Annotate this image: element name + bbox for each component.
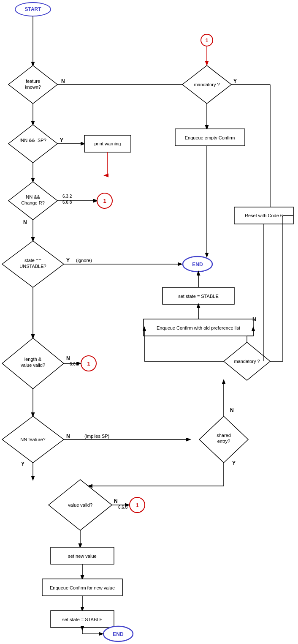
- reset-with-code-label: Reset with Code 6: [245, 213, 283, 218]
- enqueue-confirm-old-label: Enqueue Confirm with old preference list: [157, 325, 240, 330]
- nn-changer-label: NN &&: [26, 194, 40, 199]
- y-label-mandatory1: Y: [233, 78, 237, 84]
- enqueue-confirm-new-label: Enqueue Confirm for new value: [50, 585, 115, 590]
- y-label-unstable: Y: [66, 257, 70, 263]
- y-label-nnfeature: Y: [21, 461, 24, 467]
- nn-changer-label2: Change R?: [21, 200, 45, 205]
- connector1-mid: 1: [103, 198, 106, 204]
- feature-known-label: feature: [26, 79, 40, 84]
- end-bottom-label: END: [113, 631, 124, 637]
- connector1-length: 1: [87, 360, 90, 367]
- n-label-feature: N: [61, 78, 65, 84]
- mandatory2-label: mandatory ?: [234, 359, 260, 364]
- length-valid-label: length &: [24, 357, 42, 362]
- n-label-mandatory2: N: [252, 317, 256, 322]
- set-state-stable1-label: set state = STABLE: [178, 294, 218, 299]
- n-label-nnfeature: N: [66, 433, 70, 439]
- n-label-shared: N: [230, 407, 234, 413]
- ref-632: 6.3.2: [62, 194, 72, 199]
- value-valid-label: value valid?: [68, 502, 92, 508]
- ignore-label: (ignore): [76, 258, 92, 263]
- start-label: START: [24, 6, 41, 12]
- print-warning-label: print warning: [95, 141, 121, 146]
- end-main-label: END: [192, 262, 203, 267]
- enqueue-empty-confirm-label: Enqueue empty Confirm: [185, 135, 235, 140]
- shared-entry-label2: entry?: [217, 439, 230, 444]
- nn-feature-label: NN feature?: [20, 437, 45, 442]
- flowchart-diagram: START feature known? N mandatory ? 1 Y E…: [0, 0, 298, 644]
- n-label-value: N: [114, 498, 118, 504]
- set-new-value-label: set new value: [68, 554, 96, 559]
- set-state-stable2-label: set state = STABLE: [62, 617, 102, 622]
- y-label-shared: Y: [232, 460, 236, 466]
- y-label-nnsp: Y: [60, 137, 63, 143]
- n-label-nnchanger: N: [23, 219, 27, 225]
- mandatory1-label: mandatory ?: [194, 82, 219, 87]
- shared-entry-label: shared: [217, 433, 231, 438]
- nn-sp-diamond: [8, 125, 57, 163]
- state-unstable-label: state ==: [24, 258, 41, 263]
- ref-668c: 6.6.8: [118, 505, 128, 510]
- length-valid-label2: value valid?: [21, 363, 45, 368]
- feature-known-label2: known?: [25, 85, 41, 90]
- implies-sp-label: (implies SP): [84, 434, 109, 439]
- n-label-length: N: [66, 355, 70, 361]
- connector1-top: 1: [206, 38, 209, 44]
- state-unstable-label2: UNSTABLE?: [19, 264, 46, 269]
- ref-668b: 6.6.8: [70, 362, 79, 366]
- connector1-value: 1: [135, 502, 138, 508]
- nn-sp-label: !NN && !SP?: [19, 138, 46, 143]
